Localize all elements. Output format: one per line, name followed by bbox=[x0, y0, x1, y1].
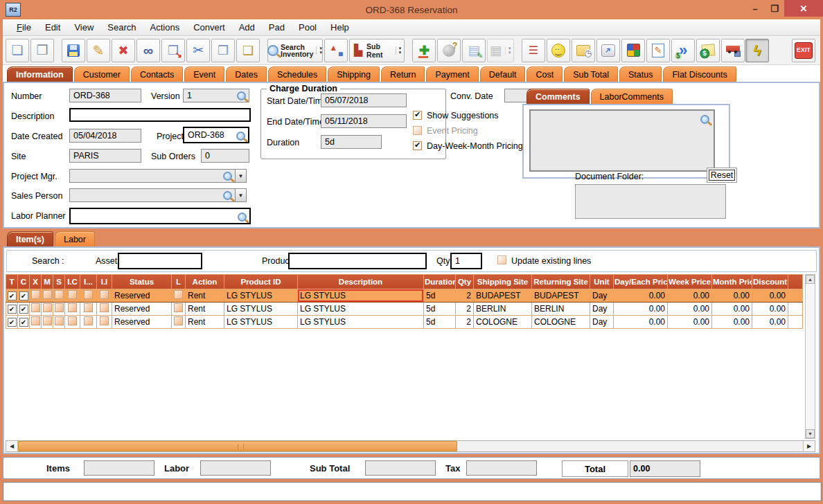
col-month-price[interactable]: Month Price bbox=[712, 275, 752, 289]
scroll-up-icon[interactable]: ▲ bbox=[806, 275, 815, 284]
table-row[interactable]: ✔✔ReservedRentLG STYLUSLG STYLUS5d2COLOG… bbox=[6, 316, 803, 329]
sales-person-lookup-icon[interactable] bbox=[223, 191, 232, 200]
i_i-checkbox[interactable] bbox=[100, 290, 109, 299]
col-unit[interactable]: Unit bbox=[590, 275, 614, 289]
toolbar-folder-clock-button[interactable] bbox=[572, 39, 595, 62]
tab-cost[interactable]: Cost bbox=[526, 66, 563, 82]
i_dots-checkbox[interactable] bbox=[84, 303, 93, 312]
sales-person-dropdown[interactable]: ▼ bbox=[235, 188, 247, 202]
tab-labor[interactable]: Labor bbox=[55, 231, 95, 246]
col-i[interactable]: I... bbox=[80, 275, 97, 289]
chevron-down-icon[interactable]: ▼▼ bbox=[316, 46, 323, 55]
toolbar-notes-money-button[interactable] bbox=[696, 39, 720, 62]
tab-return[interactable]: Return bbox=[381, 66, 425, 82]
col-c[interactable]: C bbox=[18, 275, 30, 289]
t-checkbox[interactable]: ✔ bbox=[8, 291, 17, 300]
i_c-checkbox[interactable] bbox=[68, 316, 77, 325]
toolbar-forward-money-button[interactable] bbox=[671, 39, 695, 62]
col-status[interactable]: Status bbox=[112, 275, 172, 289]
col-i-c[interactable]: I.C bbox=[65, 275, 80, 289]
s-checkbox[interactable] bbox=[55, 290, 64, 299]
col-shipping-site[interactable]: Shipping Site bbox=[474, 275, 532, 289]
scroll-down-icon[interactable]: ▼ bbox=[806, 429, 815, 438]
i_dots-checkbox[interactable] bbox=[84, 316, 93, 325]
toolbar-sub-rent-button[interactable]: Sub Rent▼▼ bbox=[349, 39, 405, 62]
menu-help[interactable]: Help bbox=[324, 22, 356, 33]
maximize-button[interactable]: ❒ bbox=[765, 0, 784, 17]
tab-customer[interactable]: Customer bbox=[74, 66, 130, 82]
menu-pool[interactable]: Pool bbox=[292, 22, 324, 33]
tab-event[interactable]: Event bbox=[184, 66, 224, 82]
col-week-price[interactable]: Week Price bbox=[668, 275, 712, 289]
col-day-each-price[interactable]: Day/Each Price bbox=[614, 275, 668, 289]
toolbar-truck-button[interactable] bbox=[721, 39, 745, 62]
toolbar-lightning-button[interactable] bbox=[745, 39, 769, 62]
menu-actions[interactable]: Actions bbox=[143, 22, 187, 33]
day-week-month-pricing-checkbox[interactable] bbox=[413, 141, 422, 150]
c-checkbox[interactable]: ✔ bbox=[19, 291, 28, 300]
vertical-scrollbar[interactable]: ▲ ▼ bbox=[805, 274, 815, 439]
col-i-i[interactable]: I.I bbox=[97, 275, 112, 289]
x-checkbox[interactable] bbox=[31, 303, 40, 312]
col-action[interactable]: Action bbox=[186, 275, 224, 289]
tab-shipping[interactable]: Shipping bbox=[328, 66, 380, 82]
s-checkbox[interactable] bbox=[55, 303, 64, 312]
project-mgr-lookup-icon[interactable] bbox=[223, 172, 232, 181]
t-checkbox[interactable]: ✔ bbox=[8, 318, 17, 327]
col-duration[interactable]: Duration bbox=[424, 275, 456, 289]
project-mgr-field[interactable] bbox=[69, 169, 236, 183]
horizontal-scroll-thumb[interactable] bbox=[18, 441, 457, 451]
toolbar-find-button[interactable] bbox=[136, 39, 160, 62]
tab-contacts[interactable]: Contacts bbox=[131, 66, 183, 82]
toolbar-new-document-button[interactable] bbox=[6, 39, 29, 62]
project-mgr-dropdown[interactable]: ▼ bbox=[235, 169, 247, 183]
tab-item-s[interactable]: Item(s) bbox=[7, 231, 53, 246]
toolbar-smiley-button[interactable] bbox=[547, 39, 570, 62]
project-field[interactable]: ORD-368 bbox=[183, 127, 249, 143]
col-t[interactable]: T bbox=[6, 275, 18, 289]
version-lookup-icon[interactable] bbox=[237, 91, 246, 100]
description-input[interactable] bbox=[69, 108, 251, 122]
col-returning-site[interactable]: Returning Site bbox=[532, 275, 590, 289]
tab-payment[interactable]: Payment bbox=[426, 66, 478, 82]
tab-status[interactable]: Status bbox=[619, 66, 662, 82]
toolbar-edit-button[interactable] bbox=[87, 39, 110, 62]
version-field[interactable]: 1 bbox=[183, 89, 249, 102]
toolbar-blocks-button[interactable] bbox=[621, 39, 645, 62]
reset-button[interactable]: Reset bbox=[707, 168, 737, 183]
scroll-left-icon[interactable]: ◀ bbox=[6, 441, 18, 451]
menu-add[interactable]: Add bbox=[232, 22, 262, 33]
col-description[interactable]: Description bbox=[298, 275, 424, 289]
menu-file[interactable]: File bbox=[10, 22, 38, 33]
i_i-checkbox[interactable] bbox=[100, 316, 109, 325]
col-s[interactable]: S bbox=[53, 275, 65, 289]
project-lookup-icon[interactable] bbox=[236, 132, 245, 141]
sales-person-field[interactable] bbox=[69, 188, 236, 202]
toolbar-cut-button[interactable] bbox=[186, 39, 210, 62]
document-folder-box[interactable] bbox=[575, 184, 726, 219]
tab-information[interactable]: Information bbox=[7, 66, 73, 82]
tab-dates[interactable]: Dates bbox=[226, 66, 267, 82]
toolbar-note-edit-button[interactable] bbox=[646, 39, 670, 62]
horizontal-scrollbar[interactable]: ◀ ▶ bbox=[6, 440, 815, 452]
comments-textarea[interactable] bbox=[529, 109, 715, 172]
title-bar[interactable]: R2 ORD-368 Reservation – ❒ ✕ bbox=[0, 0, 823, 19]
table-row[interactable]: ✔✔ReservedRentLG STYLUSLG STYLUS5d2BUDAP… bbox=[6, 289, 803, 303]
minimize-button[interactable]: – bbox=[745, 0, 765, 17]
m-checkbox[interactable] bbox=[43, 316, 52, 325]
tab-laborcomments[interactable]: LaborComments bbox=[591, 89, 673, 104]
l-checkbox[interactable] bbox=[174, 316, 183, 325]
tab-sub-total[interactable]: Sub Total bbox=[564, 66, 618, 82]
product-input[interactable] bbox=[288, 253, 427, 269]
menu-pad[interactable]: Pad bbox=[262, 22, 292, 33]
labor-planner-lookup-icon[interactable] bbox=[238, 213, 247, 222]
toolbar-exit-button[interactable]: EXIT bbox=[792, 39, 815, 62]
col-x[interactable]: X bbox=[30, 275, 42, 289]
toolbar-key-button[interactable] bbox=[596, 39, 620, 62]
l-checkbox[interactable] bbox=[174, 303, 183, 312]
toolbar-save-button[interactable] bbox=[62, 39, 85, 62]
close-button[interactable]: ✕ bbox=[784, 0, 823, 17]
menu-edit[interactable]: Edit bbox=[38, 22, 67, 33]
toolbar-add-item-button[interactable] bbox=[412, 39, 436, 62]
toolbar-org-chart-button[interactable] bbox=[522, 39, 545, 62]
